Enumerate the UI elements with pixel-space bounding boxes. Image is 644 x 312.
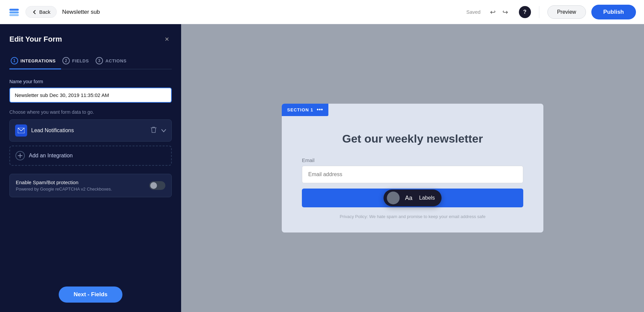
help-icon: ? (523, 9, 527, 15)
saved-status: Saved (466, 9, 481, 15)
back-label: Back (39, 9, 50, 15)
tab-num-2: 2 (62, 57, 70, 64)
sidebar-title: Edit Your Form (9, 35, 62, 44)
toggle-knob (150, 182, 157, 189)
svg-rect-2 (9, 14, 19, 16)
tab-label-integrations: INTEGRATIONS (20, 58, 56, 63)
undo-redo-group: ↩ ↪ (487, 6, 511, 18)
form-name-input[interactable] (9, 88, 172, 103)
email-field-group: Email (302, 157, 523, 183)
spam-section: Enable Spam/Bot protection Powered by Go… (9, 174, 172, 197)
toolbar-labels-button[interactable]: Labels (416, 195, 438, 201)
integration-actions (151, 126, 166, 135)
floating-toolbar: Aa Labels (383, 190, 441, 206)
next-button[interactable]: Next - Fields (59, 287, 122, 303)
close-button[interactable]: × (162, 34, 172, 45)
preview-button[interactable]: Preview (547, 5, 586, 19)
privacy-text: Privacy Policy: We hate spam and promise… (302, 214, 523, 219)
page-title: Newsletter sub (62, 9, 100, 15)
topnav: Back Newsletter sub Saved ↩ ↪ ? Preview … (0, 0, 644, 24)
section-menu-icon[interactable]: ••• (317, 106, 323, 113)
lead-notifications-icon (15, 124, 27, 137)
form-name-label: Name your form (9, 79, 172, 84)
tab-label-actions: ACTIONS (105, 58, 126, 63)
svg-rect-1 (9, 11, 19, 13)
toolbar-font-button[interactable]: Aa (401, 195, 416, 202)
back-button[interactable]: Back (25, 6, 57, 18)
section-label: SECTION 1 (287, 107, 313, 112)
integration-name: Lead Notifications (31, 127, 147, 134)
section-label-bar: SECTION 1 ••• (282, 104, 328, 116)
canvas-area: SECTION 1 ••• Get our weekly newsletter … (181, 24, 644, 312)
submit-btn-row: Subscribe Aa Labels (302, 189, 523, 207)
app-logo (8, 6, 20, 18)
sidebar-header: Edit Your Form × (9, 34, 172, 45)
publish-button[interactable]: Publish (591, 5, 636, 19)
spam-subtitle: Powered by Google reCAPTCHA v2 Checkboxe… (16, 187, 145, 192)
nav-divider (539, 6, 539, 18)
add-integration-label: Add an Integration (29, 153, 73, 159)
add-integration-button[interactable]: Add an Integration (9, 146, 172, 166)
preview-inner: Get our weekly newsletter Email Subscrib… (282, 116, 543, 219)
chevron-down-icon[interactable] (161, 127, 166, 134)
tab-num-3: 3 (96, 57, 103, 64)
tab-fields[interactable]: 2 FIELDS (61, 54, 94, 69)
help-button[interactable]: ? (519, 6, 531, 18)
undo-button[interactable]: ↩ (487, 6, 498, 18)
toolbar-circle-icon (387, 192, 399, 204)
destination-label: Choose where you want form data to go. (9, 109, 172, 115)
tab-num-1: 1 (11, 57, 18, 64)
spam-toggle[interactable] (149, 181, 165, 190)
form-preview-card: SECTION 1 ••• Get our weekly newsletter … (282, 104, 543, 232)
svg-rect-0 (9, 9, 19, 11)
form-name-section: Name your form (9, 79, 172, 103)
email-field-input[interactable] (302, 166, 523, 183)
form-headline: Get our weekly newsletter (302, 132, 523, 145)
tab-label-fields: FIELDS (72, 58, 89, 63)
tab-actions[interactable]: 3 ACTIONS (94, 54, 132, 69)
integration-item-lead[interactable]: Lead Notifications (9, 119, 172, 142)
delete-integration-button[interactable] (151, 126, 157, 135)
plus-icon (15, 151, 25, 160)
redo-button[interactable]: ↪ (500, 6, 511, 18)
sidebar-tabs: 1 INTEGRATIONS 2 FIELDS 3 ACTIONS (9, 54, 172, 69)
spam-text: Enable Spam/Bot protection Powered by Go… (16, 179, 145, 192)
tab-integrations[interactable]: 1 INTEGRATIONS (9, 54, 61, 69)
spam-title: Enable Spam/Bot protection (16, 179, 145, 185)
email-field-label: Email (302, 157, 523, 163)
sidebar: Edit Your Form × 1 INTEGRATIONS 2 FIELDS… (0, 24, 181, 312)
main-layout: Edit Your Form × 1 INTEGRATIONS 2 FIELDS… (0, 24, 644, 312)
